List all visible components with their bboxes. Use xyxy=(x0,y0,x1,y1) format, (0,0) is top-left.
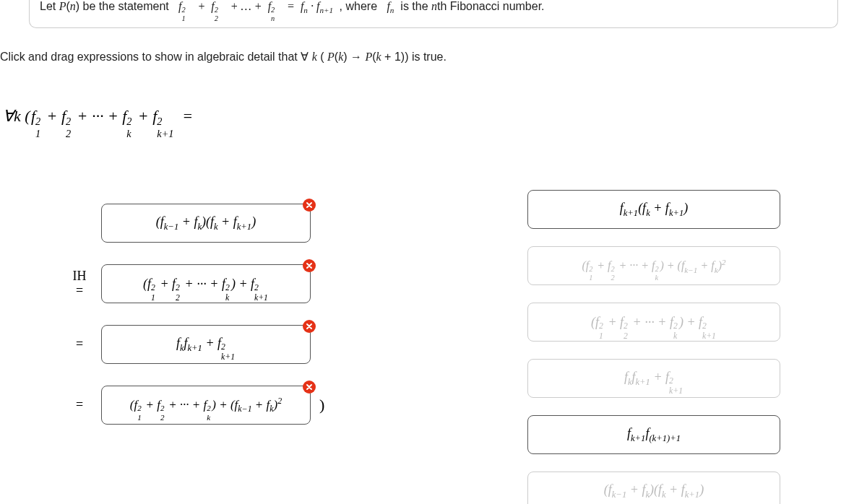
proof-step: = fkfk+1 + fk+12 xyxy=(58,322,324,367)
pool-expression[interactable]: fk+1f(k+1)+1 xyxy=(527,415,780,454)
text: + 1)) is true. xyxy=(381,51,447,63)
text: th Fibonacci number. xyxy=(437,0,545,12)
expression-text: (f12 + f22 + ··· + fk2) + fk+12 xyxy=(591,315,717,330)
proof-steps: (fk−1 + fk)(fk + fk+1) IH= (f12 + f22 + … xyxy=(58,201,324,443)
text: Click and drag expressions to show in al… xyxy=(0,51,312,63)
work-area: ∀k ( f12 + f22 + ··· + fk2 + fk+12 = (fk… xyxy=(0,64,867,126)
expression-text: fkfk+1 + fk+12 xyxy=(624,370,683,388)
problem-statement-box: Let P(n) be the statement f12 + f22 + … … xyxy=(29,0,838,28)
pool-expression[interactable]: (f12 + f22 + ··· + fk2) + (fk−1 + fk)2 xyxy=(527,246,780,285)
proof-step: IH= (f12 + f22 + ··· + fk2) + fk+12 xyxy=(58,261,324,306)
drop-slot[interactable]: fkfk+1 + fk+12 xyxy=(101,325,311,364)
proof-lhs: ∀k ( f12 + f22 + ··· + fk2 + fk+12 = xyxy=(0,107,867,126)
text: ) be the statement xyxy=(76,0,176,12)
expression-pool: fk+1(fk + fk+1) (f12 + f22 + ··· + fk2) … xyxy=(527,190,780,504)
pool-expression[interactable]: fk+1(fk + fk+1) xyxy=(527,190,780,229)
step-label: = xyxy=(58,398,101,412)
expression-text: (fk−1 + fk)(fk + fk+1) xyxy=(604,482,704,500)
closing-paren: ) xyxy=(311,396,324,414)
text: ) → xyxy=(343,51,365,63)
slot-expression: (f12 + f22 + ··· + fk2) + fk+12 xyxy=(143,277,269,292)
step-label: = xyxy=(58,337,101,352)
text: P xyxy=(365,51,372,63)
drop-slot[interactable]: (f12 + f22 + ··· + fk2) + (fk−1 + fk)2 xyxy=(101,386,311,425)
proof-step: = (f12 + f22 + ··· + fk2) + (fk−1 + fk)2… xyxy=(58,383,324,427)
problem-statement: Let P(n) be the statement f12 + f22 + … … xyxy=(40,0,827,14)
text: ( xyxy=(320,51,324,63)
drop-slot[interactable]: (fk−1 + fk)(fk + fk+1) xyxy=(101,204,311,243)
text: fn xyxy=(387,0,394,12)
drop-slot[interactable]: (f12 + f22 + ··· + fk2) + fk+12 xyxy=(101,264,311,303)
pool-expression[interactable]: (fk−1 + fk)(fk + fk+1) xyxy=(527,472,780,504)
step-label: IH= xyxy=(58,269,101,298)
pool-expression[interactable]: fkfk+1 + fk+12 xyxy=(527,359,780,398)
slot-expression: fkfk+1 + fk+12 xyxy=(176,336,236,354)
remove-icon[interactable] xyxy=(303,199,316,212)
equation: f12 + f22 + … + fn2 = fn · fn+1 xyxy=(178,0,336,12)
expression-text: (f12 + f22 + ··· + fk2) + (fk−1 + fk)2 xyxy=(582,258,725,274)
slot-expression: (f12 + f22 + ··· + fk2) + (fk−1 + fk)2 xyxy=(130,396,282,414)
text: n xyxy=(431,0,437,12)
instruction-text: Click and drag expressions to show in al… xyxy=(0,28,867,64)
proof-step: (fk−1 + fk)(fk + fk+1) xyxy=(58,201,324,246)
text: k xyxy=(312,51,317,63)
remove-icon[interactable] xyxy=(303,381,316,394)
remove-icon[interactable] xyxy=(303,320,316,333)
remove-icon[interactable] xyxy=(303,259,316,272)
expression-text: fk+1(fk + fk+1) xyxy=(620,201,689,219)
pool-expression[interactable]: (f12 + f22 + ··· + fk2) + fk+12 xyxy=(527,303,780,342)
text: P xyxy=(59,0,66,12)
text: , where xyxy=(336,0,384,12)
text: k xyxy=(376,51,381,63)
text: is the xyxy=(397,0,431,12)
text: Let xyxy=(40,0,59,12)
expression-text: fk+1f(k+1)+1 xyxy=(627,426,681,444)
text: n xyxy=(70,0,76,12)
text: P xyxy=(327,51,335,63)
slot-expression: (fk−1 + fk)(fk + fk+1) xyxy=(156,214,256,233)
